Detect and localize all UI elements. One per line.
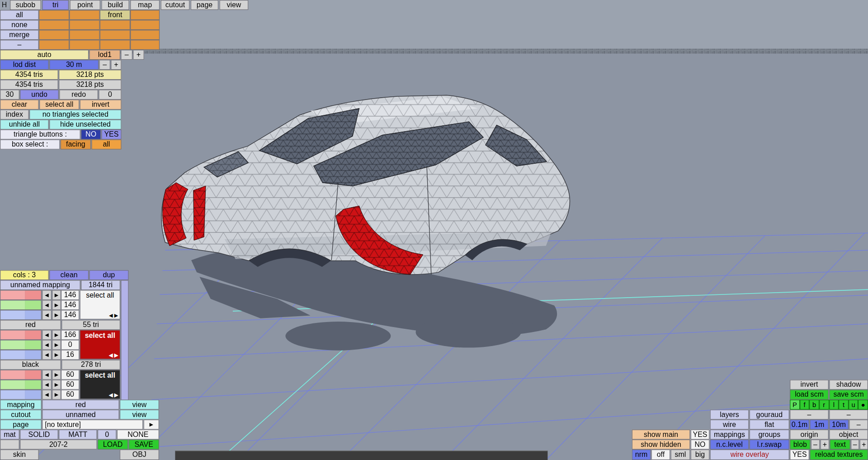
triangle-buttons-yes[interactable]: YES [101, 129, 121, 139]
grid-cell[interactable] [130, 40, 160, 50]
grid-cell[interactable] [39, 10, 69, 20]
flat-button[interactable]: flat [750, 420, 789, 430]
undo-button[interactable]: undo [20, 90, 59, 100]
shadow-button[interactable]: shadow [829, 380, 868, 390]
save-button[interactable]: SAVE [128, 440, 159, 450]
menu-tri-active[interactable]: tri [42, 0, 69, 10]
view-perspective-button[interactable]: P [790, 400, 800, 410]
lod-dist-plus-button[interactable]: + [111, 60, 121, 70]
lod-plus-button[interactable]: + [133, 50, 144, 60]
grid-cell[interactable] [130, 30, 160, 40]
mat-solid-button[interactable]: SOLID [20, 430, 58, 440]
blue-channel-dec[interactable]: ◀ [42, 390, 52, 400]
grid-cell[interactable] [39, 30, 69, 40]
grid-cell[interactable] [39, 40, 69, 50]
green-channel-dec[interactable]: ◀ [42, 380, 52, 390]
box-select-all[interactable]: all [91, 139, 121, 149]
gouraud-button[interactable]: gouraud [750, 410, 789, 420]
dash-button[interactable]: – [849, 420, 868, 430]
show-hidden-value[interactable]: NO [691, 440, 710, 450]
mat-none-value[interactable]: NONE [117, 430, 159, 440]
grid-row-all[interactable]: all [0, 10, 39, 20]
triangle-buttons-no[interactable]: NO [81, 129, 101, 139]
grid-01m-button[interactable]: 0.1m [790, 420, 809, 430]
obj-button[interactable]: OBJ [120, 450, 159, 460]
text-plus-button[interactable]: + [860, 440, 868, 450]
page-texture-value[interactable]: [no texture] [42, 420, 143, 430]
menu-map[interactable]: map [130, 0, 160, 10]
lr-swap-button[interactable]: l.r.swap [750, 440, 789, 450]
grid-cell[interactable] [100, 40, 130, 50]
nrm-button[interactable]: nrm [632, 450, 651, 460]
grid-10m-button[interactable]: 10m [829, 420, 849, 430]
blue-channel-inc[interactable]: ▶ [52, 310, 61, 320]
view-back-button[interactable]: b [809, 400, 819, 410]
green-channel-dec[interactable]: ◀ [42, 300, 52, 310]
color-group-name[interactable]: black [0, 360, 61, 370]
show-main-button[interactable]: show main [632, 430, 690, 440]
view-under-button[interactable]: u [849, 400, 859, 410]
red-channel-inc[interactable]: ▶ [52, 370, 61, 380]
green-channel-inc[interactable]: ▶ [52, 340, 61, 350]
nrm-sml-button[interactable]: sml [671, 450, 690, 460]
grid-row-dash[interactable]: – [0, 40, 39, 50]
group-select-all-button[interactable]: select all ◀ ▶ [80, 290, 121, 319]
invert-button[interactable]: invert [80, 100, 122, 109]
text-button[interactable]: text [830, 440, 850, 450]
group-page-next[interactable]: ▶ [114, 353, 118, 358]
red-channel-dec[interactable]: ◀ [42, 330, 52, 340]
color-group-name[interactable]: unnamed mapping [0, 280, 80, 290]
menu-cutout[interactable]: cutout [161, 0, 190, 10]
nc-level-button[interactable]: n.c.level [710, 440, 749, 450]
show-hidden-button[interactable]: show hidden [632, 440, 690, 450]
color-group-name[interactable]: red [0, 320, 61, 330]
menu-point[interactable]: point [70, 0, 100, 10]
nrm-off-button[interactable]: off [651, 450, 670, 460]
grid-cell[interactable] [69, 30, 99, 40]
clear-button[interactable]: clear [0, 100, 39, 109]
wire-overlay-button[interactable]: wire overlay [710, 450, 789, 460]
grid-cell[interactable] [130, 10, 160, 20]
group-select-all-button[interactable]: select all ◀ ▶ [80, 370, 121, 399]
green-channel-inc[interactable]: ▶ [52, 380, 61, 390]
menu-view[interactable]: view [220, 0, 249, 10]
blob-button[interactable]: blob [790, 440, 810, 450]
blue-channel-inc[interactable]: ▶ [52, 390, 61, 400]
lod-auto-button[interactable]: auto [0, 50, 89, 60]
show-main-value[interactable]: YES [691, 430, 710, 440]
menu-page[interactable]: page [191, 0, 218, 10]
grid-cell[interactable] [69, 10, 99, 20]
group-page-prev[interactable]: ◀ [109, 393, 113, 398]
save-scm-button[interactable]: save scm [829, 390, 868, 400]
box-select-facing[interactable]: facing [61, 139, 91, 149]
group-page-prev[interactable]: ◀ [109, 313, 113, 318]
nrm-big-button[interactable]: big [691, 450, 710, 460]
origin-button[interactable]: origin [790, 430, 829, 440]
reload-textures-button[interactable]: reload textures [810, 450, 868, 460]
grid-1m-button[interactable]: 1m [810, 420, 829, 430]
view-top-button[interactable]: t [839, 400, 849, 410]
red-channel-dec[interactable]: ◀ [42, 370, 52, 380]
layers-button[interactable]: layers [710, 410, 749, 420]
page-next-button[interactable]: ▶ [144, 420, 159, 430]
dash-button[interactable]: – [829, 410, 868, 420]
grid-row-none[interactable]: none [0, 20, 39, 30]
green-channel-inc[interactable]: ▶ [52, 300, 61, 310]
viewport-3d[interactable] [0, 0, 868, 460]
red-channel-dec[interactable]: ◀ [42, 290, 52, 300]
red-channel-inc[interactable]: ▶ [52, 330, 61, 340]
clean-button[interactable]: clean [49, 270, 89, 280]
green-channel-dec[interactable]: ◀ [42, 340, 52, 350]
menu-build[interactable]: build [101, 0, 129, 10]
select-all-button[interactable]: select all [39, 100, 79, 109]
blob-minus-button[interactable]: – [811, 440, 820, 450]
view-left-button[interactable]: l [829, 400, 839, 410]
mat-matt-button[interactable]: MATT [59, 430, 97, 440]
lod-level-button[interactable]: lod1 [89, 50, 120, 60]
mapping-view-button[interactable]: view [120, 400, 159, 410]
grid-cell[interactable] [130, 20, 160, 30]
hide-unselected-button[interactable]: hide unselected [49, 119, 121, 129]
load-button[interactable]: LOAD [98, 440, 128, 450]
skin-button[interactable]: skin [0, 450, 39, 460]
cutout-view-button[interactable]: view [120, 410, 159, 420]
